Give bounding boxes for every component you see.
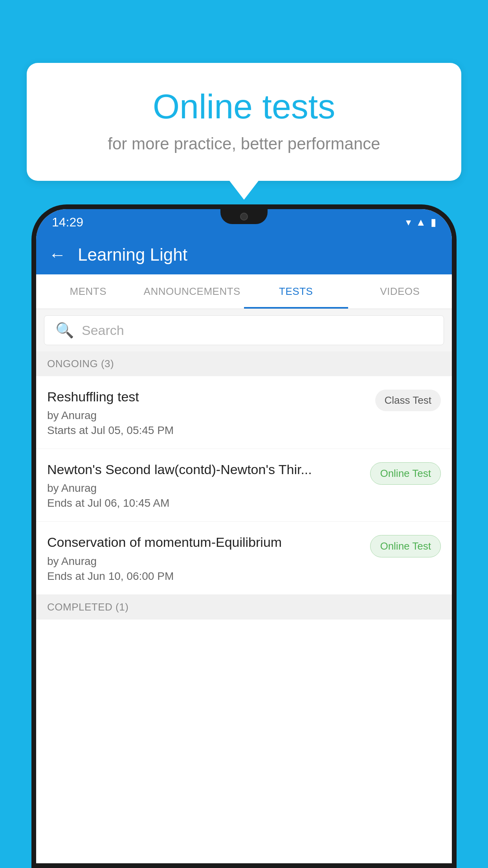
test-item-3[interactable]: Conservation of momentum-Equilibrium by …: [36, 522, 452, 594]
search-input[interactable]: 🔍 Search: [44, 315, 444, 345]
test-badge-1: Class Test: [375, 390, 441, 411]
app-bar: ← Learning Light: [36, 235, 452, 274]
test-name-2: Newton's Second law(contd)-Newton's Thir…: [47, 461, 362, 478]
phone-inner: 14:29 ▾ ▲ ▮ ← Learning Light MENTS ANNOU…: [36, 209, 452, 863]
test-info-3: Conservation of momentum-Equilibrium by …: [47, 533, 362, 582]
tab-announcements[interactable]: ANNOUNCEMENTS: [140, 274, 244, 309]
test-info-2: Newton's Second law(contd)-Newton's Thir…: [47, 461, 362, 509]
status-icons: ▾ ▲ ▮: [406, 216, 436, 228]
test-name-3: Conservation of momentum-Equilibrium: [47, 533, 362, 551]
ongoing-section-header: ONGOING (3): [36, 351, 452, 376]
back-button[interactable]: ←: [49, 245, 66, 265]
battery-icon: ▮: [431, 216, 436, 228]
test-list: Reshuffling test by Anurag Starts at Jul…: [36, 376, 452, 595]
app-bar-title: Learning Light: [78, 245, 187, 265]
search-bar: 🔍 Search: [36, 309, 452, 351]
test-name-1: Reshuffling test: [47, 388, 367, 405]
signal-icon: ▲: [416, 216, 426, 228]
tab-bar: MENTS ANNOUNCEMENTS TESTS VIDEOS: [36, 274, 452, 309]
phone-frame: 14:29 ▾ ▲ ▮ ← Learning Light MENTS ANNOU…: [31, 204, 457, 868]
test-time-1: Starts at Jul 05, 05:45 PM: [47, 424, 367, 437]
tab-tests[interactable]: TESTS: [244, 274, 348, 309]
test-time-2: Ends at Jul 06, 10:45 AM: [47, 497, 362, 509]
test-time-3: Ends at Jun 10, 06:00 PM: [47, 570, 362, 583]
bubble-subtitle: for more practice, better performance: [50, 134, 438, 153]
completed-section-header: COMPLETED (1): [36, 595, 452, 620]
camera: [240, 213, 248, 221]
tab-ments[interactable]: MENTS: [36, 274, 140, 309]
status-time: 14:29: [52, 215, 83, 230]
speech-bubble: Online tests for more practice, better p…: [27, 63, 461, 181]
test-badge-2: Online Test: [370, 462, 441, 485]
test-info-1: Reshuffling test by Anurag Starts at Jul…: [47, 388, 367, 437]
test-author-1: by Anurag: [47, 409, 367, 422]
test-item-2[interactable]: Newton's Second law(contd)-Newton's Thir…: [36, 449, 452, 522]
search-placeholder: Search: [82, 323, 124, 338]
wifi-icon: ▾: [406, 216, 411, 228]
test-item-1[interactable]: Reshuffling test by Anurag Starts at Jul…: [36, 376, 452, 449]
notch: [220, 209, 268, 224]
test-author-2: by Anurag: [47, 482, 362, 495]
status-bar: 14:29 ▾ ▲ ▮: [36, 209, 452, 235]
test-author-3: by Anurag: [47, 555, 362, 568]
tab-videos[interactable]: VIDEOS: [348, 274, 452, 309]
test-badge-3: Online Test: [370, 535, 441, 557]
bubble-title: Online tests: [50, 86, 438, 127]
search-icon: 🔍: [55, 322, 74, 339]
